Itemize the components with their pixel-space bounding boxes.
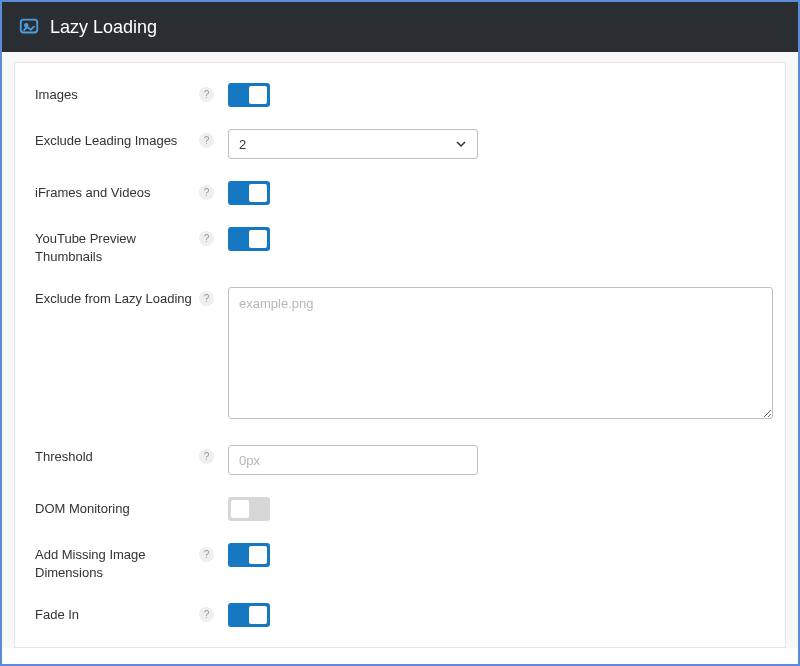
help-icon[interactable]: ? bbox=[199, 87, 214, 102]
help-icon[interactable]: ? bbox=[199, 231, 214, 246]
help-icon[interactable]: ? bbox=[199, 133, 214, 148]
iframes-videos-toggle[interactable] bbox=[228, 181, 270, 205]
lazy-loading-icon bbox=[18, 16, 40, 38]
missing-dimensions-label: Add Missing Image Dimensions bbox=[35, 543, 199, 581]
threshold-input[interactable] bbox=[228, 445, 478, 475]
chevron-down-icon bbox=[455, 138, 467, 150]
section-header: Lazy Loading bbox=[2, 2, 798, 52]
exclude-leading-images-label: Exclude Leading Images bbox=[35, 129, 199, 150]
threshold-label: Threshold bbox=[35, 445, 199, 466]
exclude-lazy-loading-textarea[interactable] bbox=[228, 287, 773, 419]
help-icon[interactable]: ? bbox=[199, 291, 214, 306]
svg-rect-0 bbox=[21, 20, 38, 33]
iframes-videos-label: iFrames and Videos bbox=[35, 181, 199, 202]
dom-monitoring-label: DOM Monitoring bbox=[35, 497, 199, 518]
missing-dimensions-toggle[interactable] bbox=[228, 543, 270, 567]
settings-panel: Images ? Exclude Leading Images ? 2 iFra… bbox=[14, 62, 786, 648]
images-label: Images bbox=[35, 83, 199, 104]
select-value: 2 bbox=[239, 137, 246, 152]
youtube-thumbnails-label: YouTube Preview Thumbnails bbox=[35, 227, 199, 265]
exclude-lazy-loading-label: Exclude from Lazy Loading bbox=[35, 287, 199, 308]
fade-in-label: Fade In bbox=[35, 603, 199, 624]
help-icon[interactable]: ? bbox=[199, 547, 214, 562]
section-title: Lazy Loading bbox=[50, 17, 157, 38]
help-icon[interactable]: ? bbox=[199, 185, 214, 200]
images-toggle[interactable] bbox=[228, 83, 270, 107]
help-icon[interactable]: ? bbox=[199, 607, 214, 622]
exclude-leading-images-select[interactable]: 2 bbox=[228, 129, 478, 159]
fade-in-toggle[interactable] bbox=[228, 603, 270, 627]
dom-monitoring-toggle[interactable] bbox=[228, 497, 270, 521]
youtube-thumbnails-toggle[interactable] bbox=[228, 227, 270, 251]
help-icon[interactable]: ? bbox=[199, 449, 214, 464]
